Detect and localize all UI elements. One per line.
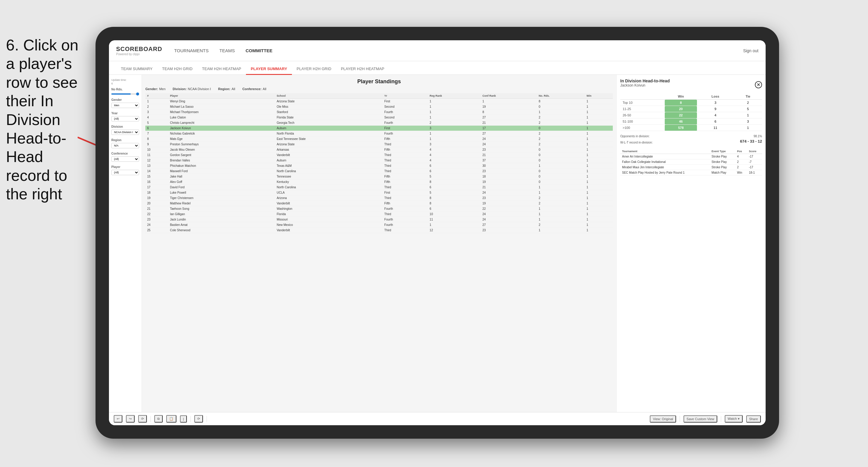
cell-win: 1 [585, 131, 613, 136]
gender-filter: Gender Men [111, 98, 139, 108]
cell-school: Missouri [275, 217, 383, 222]
table-row[interactable]: 8 Mats Ege East Tennessee State Fifth 1 … [145, 136, 613, 142]
cell-school: Vanderbilt [275, 228, 383, 233]
table-row[interactable]: 1 Wenyi Ding Arizona State First 1 1 8 1 [145, 99, 613, 104]
redo-button[interactable]: ↪ [126, 415, 135, 423]
h2h-rank-label: 11-25 [620, 106, 665, 112]
bottom-toolbar: ↩ ↪ ⟳ ⧉ 📋 | ⟳ View: Original Save Custom… [109, 412, 766, 425]
watch-button[interactable]: Watch ▾ [725, 415, 743, 423]
h2h-tie-cell: 5 [734, 106, 762, 112]
table-row[interactable]: 7 Nicholas Gabrelcik North Florida Fourt… [145, 131, 613, 136]
table-row[interactable]: 11 Gordon Sargent Vanderbilt Third 4 21 … [145, 153, 613, 158]
table-row[interactable]: 22 Ian Gilligan Florida Third 10 24 1 1 [145, 212, 613, 217]
player-select[interactable]: (All) [111, 170, 139, 175]
nav-committee[interactable]: COMMITTEE [246, 47, 273, 54]
cell-school: Arizona [275, 195, 383, 201]
table-row[interactable]: 19 Tiger Christensen Arizona Third 8 23 … [145, 195, 613, 201]
cell-rds: 0 [537, 147, 585, 153]
sign-out-button[interactable]: Sign out [743, 48, 758, 53]
table-row[interactable]: 17 David Ford North Carolina Third 6 21 … [145, 185, 613, 190]
tab-player-summary[interactable]: PLAYER SUMMARY [246, 64, 292, 75]
no-rds-filter: No Rds. [111, 88, 139, 95]
cell-player: Mats Ege [168, 136, 275, 142]
cell-reg: 3 [428, 126, 480, 131]
separator-button[interactable]: | [180, 415, 187, 423]
tab-player-h2h-heatmap[interactable]: PLAYER H2H HEATMAP [336, 64, 389, 75]
table-row[interactable]: 15 Jake Hall Tennessee Fifth 5 18 0 1 [145, 174, 613, 179]
h2h-rank-label: >100 [620, 125, 665, 131]
refresh-button[interactable]: ⟳ [194, 415, 203, 423]
table-row[interactable]: 14 Maxwell Ford North Carolina Third 6 2… [145, 168, 613, 174]
cell-conf: 21 [480, 120, 537, 126]
nav-teams[interactable]: TEAMS [219, 47, 235, 54]
conference-filter-display: Conference: All [242, 87, 266, 91]
table-row[interactable]: 6 Jackson Koivun Auburn First 3 17 0 1 [145, 126, 613, 131]
col-no-rds: No. Rds. [537, 93, 585, 99]
cell-reg: 1 [428, 222, 480, 228]
cell-rds: 0 [537, 179, 585, 185]
conference-select[interactable]: (All) [111, 156, 139, 162]
table-row[interactable]: 18 Luke Powell UCLA First 5 24 1 1 [145, 190, 613, 195]
cell-player: Preston Summerhays [168, 142, 275, 147]
h2h-player: Jackson Koivun [620, 83, 670, 87]
cell-school: Vanderbilt [275, 201, 383, 206]
cell-conf: 22 [480, 206, 537, 212]
cell-player: Bastien Amat [168, 222, 275, 228]
table-row[interactable]: 5 Christo Lamprecht Georgia Tech Fourth … [145, 120, 613, 126]
cell-yr: Third [383, 185, 428, 190]
h2h-tie-cell: 1 [734, 125, 762, 131]
undo-button[interactable]: ↩ [114, 415, 122, 423]
table-row[interactable]: 21 Taehoon Song Washington Fourth 6 22 1… [145, 206, 613, 212]
division-select[interactable]: NCAA Division I [111, 129, 139, 135]
region-select[interactable]: N/A [111, 143, 139, 148]
cell-reg: 5 [428, 190, 480, 195]
cell-conf: 21 [480, 185, 537, 190]
tab-team-h2h-grid[interactable]: TEAM H2H GRID [157, 64, 197, 75]
no-rds-slider[interactable] [111, 93, 139, 95]
paste-button[interactable]: 📋 [166, 415, 177, 423]
region-filter-display: Region: All [218, 87, 235, 91]
cell-conf: 27 [480, 222, 537, 228]
tournament-row: Mirabel Maui Jim Intercollegiate Stroke … [620, 165, 762, 170]
tab-team-h2h-heatmap[interactable]: TEAM H2H HEATMAP [197, 64, 246, 75]
cell-player: Matthew Riedel [168, 201, 275, 206]
tab-player-h2h-grid[interactable]: PLAYER H2H GRID [292, 64, 336, 75]
share-button[interactable]: Share [746, 415, 761, 423]
copy-button[interactable]: ⧉ [154, 415, 163, 423]
cell-num: 7 [145, 131, 168, 136]
cell-reg: 6 [428, 206, 480, 212]
cell-yr: Fifth [383, 147, 428, 153]
cell-num: 14 [145, 168, 168, 174]
table-row[interactable]: 13 Phichakun Maichon Texas A&M Third 6 3… [145, 163, 613, 168]
table-row[interactable]: 12 Brendan Valles Auburn Third 4 37 0 1 [145, 158, 613, 163]
table-row[interactable]: 3 Michael Thorbjornsen Stanford Fourth 1… [145, 110, 613, 115]
cell-conf: 24 [480, 190, 537, 195]
year-select[interactable]: (All) [111, 116, 139, 121]
h2h-row: 51-100 46 6 3 [620, 119, 762, 125]
table-row[interactable]: 25 Cole Sherwood Vanderbilt Third 12 23 … [145, 228, 613, 233]
cell-school: Florida State [275, 115, 383, 120]
tournament-row: Amer Ari Intercollegiate Stroke Play 4 -… [620, 154, 762, 159]
cell-school: North Carolina [275, 185, 383, 190]
table-row[interactable]: 16 Alex Goff Kentucky Fifth 8 19 0 1 [145, 179, 613, 185]
table-row[interactable]: 2 Michael La Sasso Ole Miss Second 1 19 … [145, 104, 613, 110]
division-filter: Division NCAA Division I [111, 125, 139, 135]
col-reg-rank: Reg Rank [428, 93, 480, 99]
view-original-button[interactable]: View: Original [650, 415, 676, 423]
nav-tournaments[interactable]: TOURNAMENTS [174, 47, 209, 54]
table-row[interactable]: 24 Bastien Amat New Mexico Fourth 1 27 2… [145, 222, 613, 228]
cell-win: 1 [585, 99, 613, 104]
gender-select[interactable]: Men [111, 103, 139, 108]
table-row[interactable]: 4 Luke Claton Florida State Second 1 27 … [145, 115, 613, 120]
reset-button[interactable]: ⟳ [138, 415, 147, 423]
cell-school: Georgia Tech [275, 120, 383, 126]
cell-rds: 0 [537, 104, 585, 110]
table-row[interactable]: 20 Matthew Riedel Vanderbilt Fifth 8 19 … [145, 201, 613, 206]
table-row[interactable]: 23 Jack Lundin Missouri Fourth 11 24 1 1 [145, 217, 613, 222]
table-row[interactable]: 9 Preston Summerhays Arizona State Third… [145, 142, 613, 147]
table-row[interactable]: 10 Jacob Mou Olesen Arkansas Fifth 4 23 … [145, 147, 613, 153]
h2h-rank-label: 51-100 [620, 119, 665, 125]
save-custom-button[interactable]: Save Custom View [684, 415, 717, 423]
tab-team-summary[interactable]: TEAM SUMMARY [116, 64, 157, 75]
h2h-close-button[interactable]: ✕ [755, 81, 762, 88]
